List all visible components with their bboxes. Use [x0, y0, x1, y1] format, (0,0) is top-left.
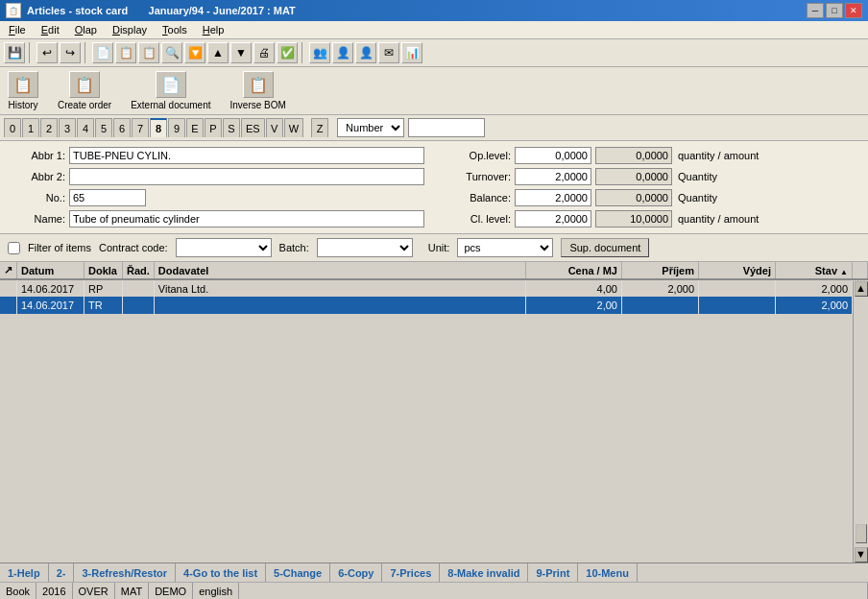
filter-checkbox[interactable] [8, 242, 20, 254]
menu-tools[interactable]: Tools [159, 23, 190, 36]
oplevel-input1[interactable] [515, 147, 591, 164]
fkey-7[interactable]: 7-Prices [382, 563, 440, 582]
table-row[interactable]: 14.06.2017 RP Vitana Ltd. 4,00 2,000 2,0… [0, 279, 868, 297]
table-row[interactable]: 14.06.2017 TR 2,00 2,000 [0, 297, 868, 314]
col-dodavatel[interactable]: Dodavatel [154, 262, 525, 279]
tb-user1[interactable]: 👤 [332, 42, 353, 63]
window-title: Articles - stock card January/94 - June/… [27, 5, 296, 16]
tb-check[interactable]: ✅ [277, 42, 298, 63]
tab-6[interactable]: 6 [113, 118, 131, 137]
unit-select[interactable]: pcs kg m [457, 238, 553, 257]
bottom-extra [239, 583, 868, 599]
scroll-up-arrow[interactable]: ▲ [855, 281, 868, 297]
tb-dropdown[interactable]: 🔽 [184, 42, 205, 63]
bottom-lang: english [193, 583, 239, 599]
scrollbar[interactable]: ▲ ▼ [853, 281, 868, 563]
tab-S[interactable]: S [223, 118, 240, 137]
menu-olap[interactable]: Olap [72, 23, 100, 36]
tab-1[interactable]: 1 [22, 118, 39, 137]
tb-filter[interactable]: 🔍 [161, 42, 182, 63]
balance-label: Balance: [444, 192, 511, 204]
menu-edit[interactable]: Edit [38, 23, 62, 36]
tb-copy[interactable]: 📋 [115, 42, 136, 63]
fkey-2[interactable]: 2- [49, 563, 75, 582]
tab-4[interactable]: 4 [77, 118, 94, 137]
balance-input1[interactable] [515, 189, 591, 206]
tab-8[interactable]: 8 [150, 118, 167, 137]
tb-user2[interactable]: 👤 [355, 42, 376, 63]
tab-ES[interactable]: ES [241, 118, 265, 137]
external-doc-label: External document [131, 100, 210, 110]
turnover-unit: Quantity [678, 171, 717, 182]
col-dokla[interactable]: Dokla [84, 262, 123, 279]
close-button[interactable]: ✕ [845, 3, 862, 18]
fkey-4[interactable]: 4-Go to the list [176, 563, 266, 582]
tb-users[interactable]: 👥 [309, 42, 330, 63]
number-input[interactable] [408, 118, 485, 137]
tab-7[interactable]: 7 [132, 118, 149, 137]
tb-down[interactable]: ▼ [230, 42, 252, 63]
tb-undo[interactable]: ↩ [36, 42, 58, 63]
scroll-thumb[interactable] [856, 524, 867, 543]
menu-file[interactable]: File [6, 23, 29, 36]
no-input[interactable] [69, 189, 146, 206]
cell-dodavatel [154, 297, 525, 314]
name-input[interactable] [69, 210, 424, 228]
tab-V[interactable]: V [266, 118, 283, 137]
tab-Z[interactable]: Z [311, 118, 328, 137]
inverse-bom-action[interactable]: 📋 Inverse BOM [230, 71, 286, 110]
fkey-9[interactable]: 9-Print [528, 563, 578, 582]
history-action[interactable]: 📋 History [8, 71, 38, 110]
contract-select[interactable] [176, 238, 272, 257]
create-order-action[interactable]: 📋 Create order [58, 71, 111, 110]
scroll-down-arrow[interactable]: ▼ [855, 547, 868, 563]
tb-save[interactable]: 💾 [4, 42, 25, 63]
col-datum[interactable]: Datum [17, 262, 84, 279]
number-select[interactable]: Number Name Code [337, 118, 404, 137]
tb-print-prev[interactable]: 🖨 [253, 42, 275, 63]
actions-bar: 📋 History 📋 Create order 📄 External docu… [0, 67, 868, 115]
cllevel-input1[interactable] [515, 210, 591, 228]
col-cena[interactable]: Cena / MJ [526, 262, 622, 279]
tb-paste[interactable]: 📋 [138, 42, 159, 63]
status-bar: 1-Help 2- 3-Refresh/Restor 4-Go to the l… [0, 563, 868, 582]
sup-doc-button[interactable]: Sup. document [561, 238, 649, 257]
fkey-10[interactable]: 10-Menu [578, 563, 638, 582]
fkey-5[interactable]: 5-Change [266, 563, 330, 582]
external-doc-action[interactable]: 📄 External document [131, 71, 210, 110]
tab-2[interactable]: 2 [40, 118, 58, 137]
tb-up[interactable]: ▲ [207, 42, 229, 63]
tab-0[interactable]: 0 [4, 118, 21, 137]
abbr2-input[interactable] [69, 168, 424, 185]
tb-chart[interactable]: 📊 [401, 42, 422, 63]
maximize-button[interactable]: □ [826, 3, 843, 18]
menu-help[interactable]: Help [200, 23, 228, 36]
tab-9[interactable]: 9 [168, 118, 185, 137]
col-vydej[interactable]: Výdej [699, 262, 776, 279]
minimize-button[interactable]: ─ [807, 3, 824, 18]
tb-new[interactable]: 📄 [92, 42, 113, 63]
tb-redo[interactable]: ↪ [60, 42, 81, 63]
tb-mail[interactable]: ✉ [378, 42, 399, 63]
cell-stav: 2,000 [776, 279, 853, 297]
fkey-8[interactable]: 8-Make invalid [440, 563, 528, 582]
fkey-6[interactable]: 6-Copy [330, 563, 382, 582]
menu-display[interactable]: Display [109, 23, 150, 36]
tab-3[interactable]: 3 [59, 118, 76, 137]
batch-select[interactable] [317, 238, 413, 257]
col-prijem[interactable]: Příjem [622, 262, 699, 279]
fkey-3[interactable]: 3-Refresh/Restor [74, 563, 176, 582]
fkey-1[interactable]: 1-Help [0, 563, 49, 582]
cell-sort [0, 297, 17, 314]
tab-W[interactable]: W [284, 118, 303, 137]
tab-P[interactable]: P [205, 118, 222, 137]
turnover-input2 [595, 168, 672, 185]
turnover-input1[interactable] [515, 168, 591, 185]
tab-E[interactable]: E [186, 118, 204, 137]
col-stav[interactable]: Stav ▲ [776, 262, 853, 279]
col-rad[interactable]: Řad. [123, 262, 155, 279]
col-sort[interactable]: ↗ [0, 262, 17, 279]
balance-input2 [595, 189, 672, 206]
abbr1-input[interactable] [69, 147, 424, 164]
tab-5[interactable]: 5 [95, 118, 112, 137]
